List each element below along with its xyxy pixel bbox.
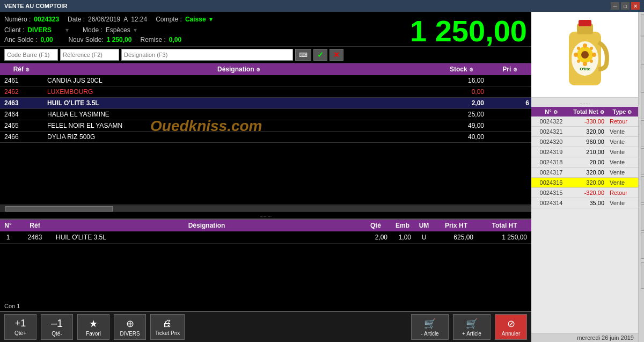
product-row-2462[interactable]: 2462 LUXEMBOURG 0,00 bbox=[0, 86, 531, 98]
order-item-emb: 1,00 bbox=[392, 234, 413, 241]
order-item-ref: 2463 bbox=[16, 234, 54, 241]
star-icon: ★ bbox=[89, 318, 98, 330]
order-col-prix: Prix HT bbox=[435, 222, 478, 229]
svg-point-13 bbox=[581, 51, 589, 59]
product-table-header: Réf ⚙ Désignation ⚙ Stock ⚙ Pri ⚙ bbox=[0, 63, 531, 75]
remise-value: 0,00 bbox=[169, 36, 181, 43]
row-prix: 6 bbox=[488, 99, 531, 107]
svg-point-8 bbox=[592, 53, 596, 57]
cart-minus-icon: 🛒 bbox=[424, 318, 436, 330]
sans-ticket-button[interactable]: 💾 Sans Ticket bbox=[641, 120, 644, 147]
order-item-total: 1 250,00 bbox=[478, 234, 531, 241]
bottom-toolbar: +1 Qté+ –1 Qté- ★ Favori ⊕ DIVERS 🖨 Tick… bbox=[0, 311, 531, 342]
trans-row-0024316[interactable]: 0024316 320,00 Vente bbox=[531, 178, 638, 188]
row-designation: CANDIA JUS 20CL bbox=[43, 77, 435, 84]
product-table-body: 2461 CANDIA JUS 20CL 16,00 2462 LUXEMBOU… bbox=[0, 75, 531, 205]
time-value: 12:24 bbox=[131, 16, 147, 23]
client-value: DIVERS bbox=[27, 26, 52, 34]
designation-input[interactable] bbox=[121, 49, 293, 61]
row-stock: 25,00 bbox=[435, 111, 488, 118]
instance-button[interactable]: 👤 Instance bbox=[641, 148, 644, 175]
client-button[interactable]: 👤 Client bbox=[641, 37, 644, 63]
keyboard-button[interactable]: ⌨ bbox=[295, 49, 311, 61]
mode-value: Espèces bbox=[106, 26, 130, 34]
row-ref: 2462 bbox=[0, 88, 43, 96]
imprimer-button[interactable]: 🖨 Imprimer bbox=[641, 204, 644, 231]
order-table-body: 1 2463 HUIL O'LITE 3.5L 2,00 1,00 U 625,… bbox=[0, 231, 531, 301]
product-row-2463[interactable]: 2463 HUIL O'LITE 3.5L 2,00 6 bbox=[0, 98, 531, 109]
row-stock: 40,00 bbox=[435, 133, 488, 141]
cancel-icon: ⊘ bbox=[507, 318, 515, 330]
svg-point-12 bbox=[590, 60, 593, 63]
product-image-area: O'lite bbox=[531, 12, 638, 98]
article-plus-button[interactable]: 🛒 + Article bbox=[453, 314, 491, 340]
main-container: Numéro : 0024323 Date : 26/06/2019 A 12:… bbox=[0, 12, 644, 342]
divers-button[interactable]: ⊕ DIVERS bbox=[114, 314, 146, 340]
svg-point-11 bbox=[577, 60, 580, 63]
nouv-solde-value: 1 250,00 bbox=[107, 36, 132, 43]
maximize-button[interactable]: □ bbox=[621, 2, 630, 10]
svg-point-5 bbox=[583, 43, 587, 48]
ticket-prix-button[interactable]: 🖨 Ticket Prix bbox=[150, 314, 185, 340]
trans-row-0024320[interactable]: 0024320 960,00 Vente bbox=[531, 137, 638, 147]
terroir-button[interactable]: 🌍 Terroir bbox=[641, 176, 644, 203]
status-bar: mercredi 26 juin 2019 bbox=[531, 333, 638, 342]
close-button[interactable]: ✕ bbox=[631, 2, 640, 10]
svg-text:O'lite: O'lite bbox=[580, 67, 590, 71]
avec-ticket-button[interactable]: 💾 Avec Ticket bbox=[641, 92, 644, 119]
row-designation: HUIL O'LITE 3.5L bbox=[43, 99, 435, 107]
qte-minus-button[interactable]: –1 Qté- bbox=[41, 314, 73, 340]
parametres-button[interactable]: ⚙ Paramètres bbox=[641, 232, 644, 259]
trans-row-0024318[interactable]: 0024318 20,00 Vente bbox=[531, 157, 638, 168]
barcode-input[interactable] bbox=[4, 49, 58, 61]
compte-label: Compte : bbox=[156, 16, 182, 23]
row-designation: HALBA EL YASIMINE bbox=[43, 111, 435, 118]
action-buttons: Vente 👤 Client 💳 S Crédit 💾 Avec Ticket … bbox=[638, 12, 644, 342]
trans-row-0024319[interactable]: 0024319 210,00 Vente bbox=[531, 147, 638, 157]
svg-point-9 bbox=[577, 47, 580, 50]
horizontal-scrollbar[interactable] bbox=[5, 206, 113, 212]
header-row-2: Client : DIVERS ▾ Mode : Espèces ▾ bbox=[0, 25, 531, 35]
product-row-2464[interactable]: 2464 HALBA EL YASIMINE 25,00 bbox=[0, 109, 531, 120]
circle-icon: ⊕ bbox=[126, 318, 134, 330]
mode-label: Mode : bbox=[83, 26, 103, 34]
order-item-num: 1 bbox=[0, 234, 16, 241]
trans-row-0024322[interactable]: 0024322 -330,00 Retour bbox=[531, 117, 638, 127]
trans-row-0024317[interactable]: 0024317 320,00 Vente bbox=[531, 168, 638, 178]
row-stock: 49,00 bbox=[435, 122, 488, 129]
con-label: Con 1 bbox=[0, 301, 531, 311]
vente-button[interactable]: Vente bbox=[641, 14, 644, 35]
reference-input[interactable] bbox=[60, 49, 119, 61]
image-trans-col: O'lite ....... N° ⚙ Total Net ⚙ Type ⚙ 0… bbox=[531, 12, 638, 342]
trans-col-num: N° ⚙ bbox=[532, 108, 570, 115]
product-row-2461[interactable]: 2461 CANDIA JUS 20CL 16,00 bbox=[0, 75, 531, 86]
row-ref: 2465 bbox=[0, 122, 43, 129]
col-header-prix: Pri ⚙ bbox=[488, 66, 531, 73]
annuler-button[interactable]: ⊘ Annuler bbox=[495, 314, 527, 340]
svg-rect-2 bbox=[579, 20, 591, 26]
order-row-1[interactable]: 1 2463 HUIL O'LITE 3.5L 2,00 1,00 U 625,… bbox=[0, 231, 531, 244]
favori-button[interactable]: ★ Favori bbox=[77, 314, 109, 340]
close-red-button[interactable]: ✕ bbox=[641, 262, 644, 289]
col-header-designation: Désignation ⚙ bbox=[43, 66, 435, 73]
trans-row-0024314[interactable]: 0024314 35,00 Vente bbox=[531, 198, 638, 208]
product-table: Réf ⚙ Désignation ⚙ Stock ⚙ Pri ⚙ 2461 C… bbox=[0, 63, 531, 212]
col-header-stock: Stock ⚙ bbox=[435, 66, 488, 73]
row-stock: 16,00 bbox=[435, 77, 488, 84]
svg-point-7 bbox=[574, 53, 578, 57]
order-table-header: N° Réf Désignation Qté Emb UM Prix HT To… bbox=[0, 220, 531, 231]
title-bar: VENTE AU COMPTOIR ─ □ ✕ bbox=[0, 0, 644, 12]
article-minus-button[interactable]: 🛒 - Article bbox=[411, 314, 449, 340]
cancel-search-button[interactable]: ✕ bbox=[330, 49, 343, 61]
product-row-2466[interactable]: 2466 DYLIA RIZ 500G 40,00 bbox=[0, 132, 531, 143]
trans-col-type: Type ⚙ bbox=[608, 108, 637, 115]
qte-plus-button[interactable]: +1 Qté+ bbox=[4, 314, 36, 340]
row-designation: FELEL NOIR EL YASAMN Ouedkniss.com bbox=[43, 122, 435, 129]
trans-row-0024321[interactable]: 0024321 320,00 Vente bbox=[531, 127, 638, 137]
scredit-button[interactable]: 💳 S Crédit bbox=[641, 64, 644, 91]
product-row-2465[interactable]: 2465 FELEL NOIR EL YASAMN Ouedkniss.com … bbox=[0, 120, 531, 132]
trans-row-0024315[interactable]: 0024315 -320,00 Retour bbox=[531, 188, 638, 198]
confirm-button[interactable]: ✓ bbox=[313, 49, 327, 61]
col-header-ref: Réf ⚙ bbox=[0, 66, 43, 73]
minimize-button[interactable]: ─ bbox=[611, 2, 619, 10]
